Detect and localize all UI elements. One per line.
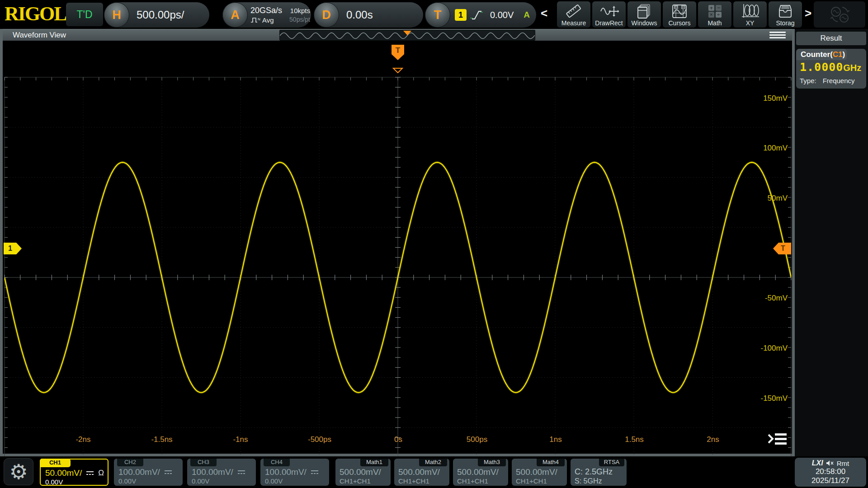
- trigger-level-value: 0.00V: [490, 10, 514, 20]
- math3-expr: CH1+CH1: [457, 477, 488, 485]
- waveform-window: Waveform View: [0, 29, 795, 456]
- sample-rate: 20GSa/s: [250, 6, 282, 15]
- trigger-pill[interactable]: T 1 0.00V A: [425, 2, 536, 28]
- remote-label: Rmt: [837, 460, 849, 467]
- d-knob[interactable]: D: [314, 2, 339, 28]
- horizontal-offset-pill[interactable]: D 0.00s: [314, 2, 423, 28]
- windows-icon: [635, 3, 653, 19]
- math2-scale: 500.00mV/: [398, 467, 440, 477]
- rtsa-center-freq: C: 2.5GHz: [575, 467, 613, 477]
- ch1-offset: 0.00V: [45, 478, 63, 486]
- coupling-icon: [237, 470, 246, 475]
- math4-expr: CH1+CH1: [516, 477, 547, 485]
- math-box-math3[interactable]: Math3 500.00mV/ CH1+CH1: [453, 459, 508, 486]
- xy-button[interactable]: XY: [733, 1, 767, 28]
- acquisition-pill[interactable]: A 20GSa/s N Avg 10kpts 50ps/pt: [222, 2, 311, 28]
- counter-result-card[interactable]: Counter(C1) 1.0000GHz Type:Frequency: [796, 49, 866, 89]
- top-bar: RIGOL T'D H 500.00ps/ A 20GSa/s N Avg: [0, 0, 868, 29]
- hamburger-menu-icon[interactable]: [769, 32, 786, 39]
- coupling-icon: [164, 470, 173, 475]
- bottom-bar: ⚙ CH1 50.00mV/ Ω 0.00V CH2 100.00mV/: [0, 456, 868, 488]
- svg-text:N: N: [258, 17, 260, 21]
- ch1-impedance: Ω: [98, 469, 104, 478]
- math2-expr: CH1+CH1: [398, 477, 429, 485]
- cursors-button[interactable]: A B Cursors: [663, 1, 696, 28]
- math-box-math1[interactable]: Math1 500.00mV/ CH1+CH1: [335, 459, 391, 486]
- acq-mode: Avg: [262, 16, 274, 24]
- math3-scale: 500.00mV/: [457, 467, 499, 477]
- counter-type: Type:Frequency: [800, 77, 855, 84]
- svg-text:×: ×: [710, 12, 712, 17]
- channel-box-ch3[interactable]: CH3 100.00mV/ 0.00V: [187, 459, 256, 486]
- math-button[interactable]: + − × ÷ Math: [698, 1, 731, 28]
- trigger-position-outline-icon: [392, 68, 403, 73]
- cursors-icon: A B: [670, 3, 689, 19]
- windows-button[interactable]: Windows: [627, 1, 661, 28]
- math4-scale: 500.00mV/: [516, 467, 557, 477]
- oscilloscope-screen: RIGOL T'D H 500.00ps/ A 20GSa/s N Avg: [0, 0, 868, 488]
- math-box-math4[interactable]: Math4 500.00mV/ CH1+CH1: [512, 459, 567, 486]
- toolbar-scroll-right[interactable]: >: [805, 6, 811, 20]
- ch4-offset: 0.00V: [265, 477, 283, 485]
- sample-interval: 50ps/pt: [289, 16, 310, 23]
- memory-depth: 10kpts: [289, 7, 310, 14]
- math1-scale: 500.00mV/: [340, 467, 381, 477]
- svg-text:A: A: [675, 5, 678, 9]
- measure-icon: [565, 3, 583, 19]
- waveform-sync-icon: [825, 4, 854, 25]
- trigger-status-badge: T'D: [66, 3, 103, 26]
- toolbar-scroll-left[interactable]: <: [541, 6, 547, 20]
- t-knob[interactable]: T: [425, 2, 450, 28]
- ch4-tab: CH4: [264, 459, 290, 466]
- result-panel: Result Counter(C1) 1.0000GHz Type:Freque…: [795, 29, 868, 456]
- channel-box-ch4[interactable]: CH4 100.00mV/ 0.00V: [260, 459, 329, 486]
- a-knob[interactable]: A: [222, 2, 248, 28]
- storage-icon: [776, 3, 795, 19]
- coupling-icon: [85, 471, 94, 476]
- horizontal-position-strip[interactable]: [279, 30, 535, 41]
- ch2-tab: CH2: [117, 459, 143, 466]
- trigger-sweep-mode: A: [524, 10, 530, 20]
- math1-tab: Math1: [360, 459, 388, 466]
- drawrect-button[interactable]: DrawRect: [592, 1, 626, 28]
- rtsa-span: S: 5GHz: [575, 477, 602, 485]
- slope-icon: [469, 9, 484, 21]
- ch3-scale: 100.00mV/: [192, 467, 233, 477]
- channel-box-ch2[interactable]: CH2 100.00mV/ 0.00V: [114, 459, 183, 486]
- system-menu-button[interactable]: ⚙: [4, 458, 33, 485]
- math-icon: + − × ÷: [706, 3, 723, 19]
- svg-text:−: −: [717, 5, 720, 11]
- horizontal-scale-pill[interactable]: H 500.00ps/: [104, 2, 209, 28]
- xy-icon: [740, 3, 760, 19]
- grid-menu-icon[interactable]: [766, 430, 789, 447]
- math1-expr: CH1+CH1: [340, 477, 371, 485]
- svg-text:÷: ÷: [717, 12, 720, 17]
- h-offset-value: 0.00s: [346, 9, 373, 21]
- h-knob[interactable]: H: [104, 2, 129, 28]
- storage-button[interactable]: Storag: [769, 1, 802, 28]
- counter-card-tab: Counter(C1): [796, 49, 847, 60]
- waveform-sync-button[interactable]: [814, 1, 865, 28]
- ch1-scale: 50.00mV/: [45, 468, 82, 478]
- ch3-offset: 0.00V: [192, 477, 209, 485]
- math3-tab: Math3: [478, 459, 506, 466]
- result-panel-title: Result: [796, 32, 866, 45]
- ch1-tab: CH1: [40, 459, 71, 467]
- rtsa-box[interactable]: RTSA C: 2.5GHz S: 5GHz: [571, 459, 627, 486]
- ch2-scale: 100.00mV/: [118, 467, 160, 477]
- clock-time: 20:58:00: [795, 467, 866, 476]
- rigol-logo: RIGOL: [5, 4, 61, 26]
- rtsa-tab: RTSA: [599, 459, 624, 466]
- ch2-offset: 0.00V: [118, 477, 136, 485]
- avg-icon: N: [250, 17, 260, 23]
- counter-value: 1.0000GHz: [800, 61, 861, 74]
- h-scale-value: 500.00ps/: [137, 9, 184, 21]
- window-position-marker[interactable]: [403, 31, 411, 35]
- math2-tab: Math2: [419, 459, 447, 466]
- ch3-tab: CH3: [190, 459, 217, 466]
- channel-box-ch1[interactable]: CH1 50.00mV/ Ω 0.00V: [40, 459, 108, 486]
- waveform-view-title: Waveform View: [13, 31, 66, 40]
- measure-button[interactable]: Measure: [557, 1, 590, 28]
- status-box[interactable]: LXI Rmt 20:58:00 2025/11/27: [795, 458, 866, 487]
- math-box-math2[interactable]: Math2 500.00mV/ CH1+CH1: [394, 459, 449, 486]
